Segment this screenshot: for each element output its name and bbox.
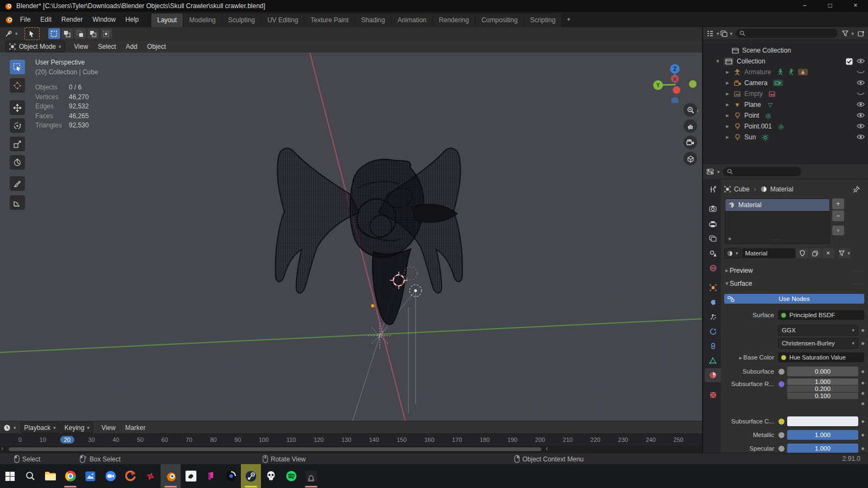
slot-list-expand[interactable]: ► (727, 234, 733, 242)
decorator-dot[interactable] (861, 382, 864, 384)
expand-arrow-icon[interactable]: ► (725, 91, 730, 97)
taskbar-search-button[interactable] (20, 464, 40, 488)
point-light-gizmo[interactable] (404, 267, 422, 297)
menu-item[interactable]: Help (120, 14, 144, 25)
timeline-editor-type-dropdown[interactable]: ▾ (3, 422, 16, 433)
expand-arrow-icon[interactable]: ▼ (715, 59, 720, 64)
tool-annotate[interactable] (10, 176, 25, 191)
outliner-filter-dropdown[interactable]: ▾ (720, 28, 733, 39)
specular-slider[interactable]: 1.000 (787, 444, 858, 453)
select-mode-subtract[interactable] (74, 28, 86, 39)
add-slot-button[interactable]: + (832, 198, 844, 209)
eye-open-icon[interactable] (857, 112, 865, 118)
eye-open-icon[interactable] (857, 58, 865, 64)
viewport-menu-item[interactable]: Select (93, 41, 120, 52)
slot-specials-dropdown[interactable]: ▾ (832, 226, 844, 235)
material-slot-list[interactable]: Material ► ···· (725, 198, 830, 244)
subsurface-method-dropdown[interactable]: Christensen-Burley▾ (778, 338, 858, 349)
expand-arrow-icon[interactable]: ► (725, 134, 730, 140)
menu-item[interactable]: Render (56, 14, 87, 25)
radius-y-field[interactable]: 0.200 (787, 386, 858, 392)
expand-arrow-icon[interactable]: ► (725, 69, 730, 75)
outliner-row-collection[interactable]: ▼ Collection (703, 56, 868, 67)
workspace-tab[interactable]: Compositing (475, 14, 524, 27)
tab-world[interactable] (705, 261, 721, 275)
playback-menu[interactable]: Playback▾ (21, 422, 60, 433)
empty-object-gizmo[interactable] (368, 323, 392, 349)
pin-icon[interactable] (853, 186, 860, 193)
distribution-dropdown[interactable]: GGX▾ (778, 325, 858, 336)
tab-tool[interactable] (705, 182, 721, 196)
decorator-dot[interactable] (861, 420, 864, 423)
breadcrumb-object[interactable]: Cube (734, 185, 750, 193)
workspace-tab[interactable]: Rendering (433, 14, 475, 27)
expand-arrow-icon[interactable]: ► (725, 113, 730, 118)
decorator-dot[interactable] (861, 329, 864, 332)
orthographic-toggle-button[interactable] (684, 152, 697, 165)
panel-grip[interactable]: ···· (853, 281, 862, 286)
tab-render[interactable] (705, 202, 721, 216)
taskbar-blender-active[interactable] (161, 464, 181, 488)
material-name-field[interactable]: Material (742, 248, 795, 258)
outliner-display-mode-dropdown[interactable]: ▾ (706, 28, 719, 39)
app-menu-icon[interactable] (4, 15, 13, 24)
tab-physics[interactable] (705, 324, 721, 338)
navigation-gizmo[interactable]: Z X Y (648, 57, 700, 103)
viewport-menu-item[interactable]: View (69, 41, 93, 52)
eye-closed-icon[interactable] (857, 91, 865, 97)
workspace-tab[interactable]: Animation (392, 14, 433, 27)
menu-item[interactable]: Edit (35, 14, 56, 25)
taskbar-steam-active[interactable] (241, 464, 261, 488)
taskbar-skull-app[interactable] (261, 464, 281, 488)
taskbar-zoom[interactable] (100, 464, 120, 488)
tool-cursor[interactable] (10, 78, 25, 93)
tab-view-layer[interactable] (705, 232, 721, 246)
preview-panel-header[interactable]: ►Preview ···· (724, 265, 864, 277)
panel-grip[interactable]: ···· (853, 268, 862, 273)
menu-item[interactable]: File (15, 14, 35, 25)
skull-crawler-wireframe[interactable] (276, 148, 463, 324)
select-mode-new[interactable] (48, 28, 60, 39)
decorator-dot[interactable] (861, 370, 864, 373)
timeline-marker-menu[interactable]: Marker (120, 422, 150, 433)
taskbar-spotify[interactable] (281, 464, 301, 488)
radius-x-field[interactable]: 1.000 (787, 378, 858, 385)
eye-open-icon[interactable] (857, 134, 865, 140)
taskbar-chrome[interactable] (60, 464, 80, 488)
workspace-tab[interactable]: Modeling (183, 14, 222, 27)
taskbar-orange-swirl-app[interactable] (120, 464, 141, 488)
properties-editor-type-dropdown[interactable]: ▾ (706, 166, 720, 177)
collapse-region-arrow[interactable]: ‹ (546, 445, 548, 452)
taskbar-photos[interactable] (80, 464, 100, 488)
keying-menu[interactable]: Keying▾ (61, 422, 93, 433)
radius-z-field[interactable]: 0.100 (787, 393, 858, 399)
timeline-ruler[interactable]: 0102030405060708090100110120130140150160… (0, 433, 702, 446)
taskbar-hooded-figure-app[interactable] (301, 464, 321, 488)
start-button[interactable] (0, 464, 20, 488)
taskbar-red-star-app[interactable] (141, 464, 161, 488)
workspace-tab[interactable]: Sculpting (222, 14, 261, 27)
material-specials-dropdown[interactable]: ▾ (839, 248, 851, 258)
decorator-dot[interactable] (861, 392, 864, 395)
scrollbar-thumb[interactable] (9, 447, 541, 451)
metallic-slider[interactable]: 1.000 (787, 430, 858, 440)
tab-texture[interactable] (705, 388, 721, 402)
pan-view-button[interactable] (684, 119, 697, 133)
remove-slot-button[interactable]: − (832, 210, 844, 221)
add-workspace-button[interactable]: + (562, 14, 576, 25)
surface-panel-header[interactable]: ▼Surface ···· (724, 278, 864, 290)
decorator-dot[interactable] (861, 447, 864, 450)
subsurface-slider[interactable]: 0.000 (787, 367, 858, 376)
tool-measure[interactable] (10, 195, 25, 210)
workspace-tab[interactable]: Texture Paint (305, 14, 355, 27)
taskbar-white-tile-app[interactable] (181, 464, 201, 488)
unlink-material-button[interactable]: × (822, 248, 834, 258)
browse-material-dropdown[interactable]: ▾ (724, 248, 741, 259)
tab-object-data[interactable] (705, 354, 721, 368)
eye-open-icon[interactable] (857, 123, 865, 129)
copy-material-button[interactable] (809, 248, 821, 258)
outliner-row-empty[interactable]: ► Empty (703, 88, 868, 99)
use-nodes-button[interactable]: Use Nodes (724, 294, 864, 304)
outliner-row-sun[interactable]: ► Sun (703, 132, 868, 143)
taskbar-dark-circle-app[interactable] (221, 464, 241, 488)
